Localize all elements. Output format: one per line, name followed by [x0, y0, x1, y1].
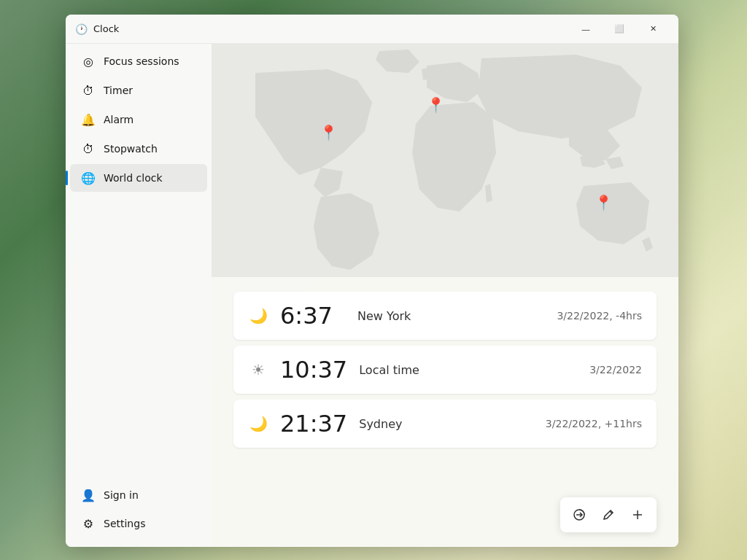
compare-button[interactable] [566, 502, 592, 528]
settings-label: Settings [104, 518, 145, 529]
sidebar: ◎ Focus sessions ⏱ Timer 🔔 Alarm ⏱ Stopw… [66, 44, 212, 547]
worldclock-icon: 🌐 [82, 171, 95, 184]
title-bar: 🕐 Clock — ⬜ ✕ [66, 15, 678, 44]
clock-date-newyork: 3/22/2022, -4hrs [557, 310, 642, 322]
alarm-icon: 🔔 [82, 113, 95, 126]
window-title: Clock [93, 23, 119, 34]
focus-icon: ◎ [82, 55, 95, 68]
stopwatch-icon: ⏱ [82, 142, 95, 155]
window-body: ◎ Focus sessions ⏱ Timer 🔔 Alarm ⏱ Stopw… [66, 44, 678, 547]
sidebar-item-worldclock[interactable]: 🌐 World clock [70, 164, 207, 192]
sun-icon-local: ☀ [248, 361, 268, 378]
clock-city-sydney: Sydney [359, 417, 534, 431]
stopwatch-label: Stopwatch [104, 143, 158, 155]
moon-icon-newyork: 🌙 [248, 307, 268, 324]
clock-city-local: Local time [359, 363, 578, 377]
main-content: 📍 📍 📍 🌙 6:37 New York 3/22/2022, -4hrs ☀… [212, 44, 678, 547]
minimize-button[interactable]: — [569, 18, 603, 40]
maximize-button[interactable]: ⬜ [603, 18, 636, 40]
focus-label: Focus sessions [104, 55, 179, 67]
sidebar-item-focus[interactable]: ◎ Focus sessions [70, 47, 207, 75]
sidebar-item-timer[interactable]: ⏱ Timer [70, 77, 207, 104]
worldclock-label: World clock [104, 172, 163, 184]
sidebar-item-alarm[interactable]: 🔔 Alarm [70, 106, 207, 133]
add-icon [631, 508, 644, 521]
add-button[interactable] [624, 502, 651, 528]
timer-label: Timer [104, 85, 133, 96]
map-pin-newyork: 📍 [320, 124, 338, 141]
edit-icon [602, 508, 615, 521]
clock-city-newyork: New York [357, 309, 545, 323]
clock-row-sydney: 🌙 21:37 Sydney 3/22/2022, +11hrs [233, 400, 657, 448]
world-map-svg [212, 44, 678, 277]
sidebar-item-stopwatch[interactable]: ⏱ Stopwatch [70, 135, 207, 163]
clock-time-local: 10:37 [280, 356, 347, 384]
window-controls: — ⬜ ✕ [569, 18, 670, 40]
clock-date-local: 3/22/2022 [589, 364, 642, 376]
sidebar-item-settings[interactable]: ⚙ Settings [70, 510, 207, 537]
compare-icon [573, 508, 586, 521]
sidebar-bottom: 👤 Sign in ⚙ Settings [66, 481, 212, 547]
close-button[interactable]: ✕ [636, 18, 670, 40]
clock-row-local: ☀ 10:37 Local time 3/22/2022 [233, 346, 657, 394]
moon-icon-sydney: 🌙 [248, 415, 268, 432]
clock-date-sydney: 3/22/2022, +11hrs [546, 418, 642, 429]
app-window: 🕐 Clock — ⬜ ✕ ◎ Focus sessions ⏱ Timer 🔔… [66, 15, 678, 547]
signin-icon: 👤 [82, 489, 95, 502]
app-icon: 🕐 [74, 23, 88, 36]
bottom-toolbar [560, 497, 657, 532]
title-bar-left: 🕐 Clock [74, 23, 119, 36]
timer-icon: ⏱ [82, 84, 95, 97]
edit-button[interactable] [595, 502, 622, 528]
world-map-area: 📍 📍 📍 [212, 44, 678, 277]
map-pin-sydney: 📍 [595, 194, 613, 211]
settings-icon: ⚙ [82, 517, 95, 530]
clock-time-sydney: 21:37 [280, 410, 347, 438]
clock-time-newyork: 6:37 [280, 302, 346, 330]
clock-row-newyork: 🌙 6:37 New York 3/22/2022, -4hrs [233, 292, 657, 340]
sidebar-item-signin[interactable]: 👤 Sign in [70, 481, 207, 509]
alarm-label: Alarm [104, 114, 133, 125]
map-pin-london: 📍 [427, 96, 445, 114]
signin-label: Sign in [104, 489, 139, 501]
